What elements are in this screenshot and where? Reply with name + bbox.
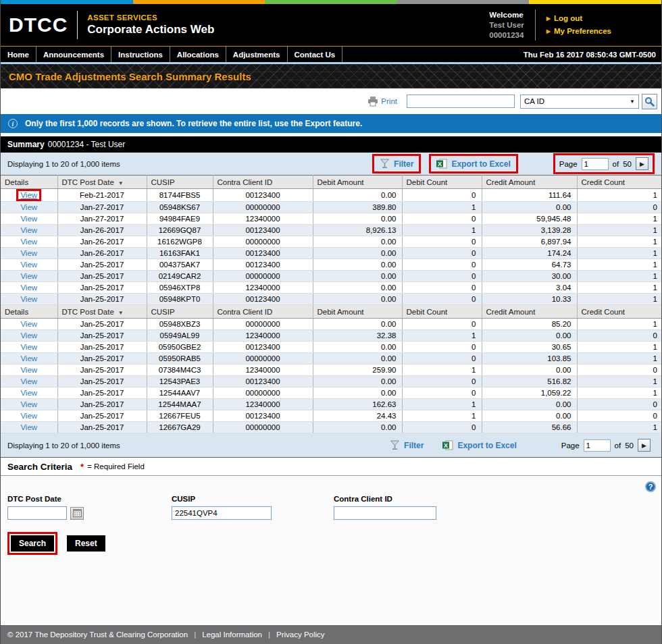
cell-credit-amount: 516.82 xyxy=(482,376,577,387)
view-link[interactable]: View xyxy=(20,295,37,303)
nav-item-instructions[interactable]: Instructions xyxy=(111,47,170,62)
view-link[interactable]: View xyxy=(20,215,37,223)
view-link[interactable]: View xyxy=(20,377,37,385)
contra-client-id-input[interactable] xyxy=(334,506,436,520)
category-dropdown[interactable]: CA ID ▼ xyxy=(520,95,639,109)
sort-desc-icon: ▼ xyxy=(118,310,124,316)
cell-cusip: 94984FAE9 xyxy=(147,213,213,225)
cell-contra-client-id: 00000000 xyxy=(213,422,313,433)
view-link[interactable]: View xyxy=(20,226,37,234)
column-header-dtc-post-date[interactable]: DTC Post Date▼ xyxy=(57,305,147,319)
search-criteria-header: Search Criteria * = Required Field xyxy=(1,457,661,476)
cell-contra-client-id: 00000000 xyxy=(213,387,313,399)
export-label: Export to Excel xyxy=(451,159,510,169)
info-bar: i Only the first 1,000 records are shown… xyxy=(1,114,661,133)
annotation-box: Page of 50 ▶ xyxy=(553,153,655,174)
page-number-input[interactable] xyxy=(582,158,609,170)
cell-debit-count: 1 xyxy=(402,225,482,236)
cell-details: View xyxy=(1,399,57,410)
view-link[interactable]: View xyxy=(20,366,37,374)
filter-button[interactable]: Filter xyxy=(384,437,429,453)
nav-item-adjustments[interactable]: Adjustments xyxy=(226,47,288,62)
nav-item-home[interactable]: Home xyxy=(1,47,36,62)
column-header-debit-count: Debit Count xyxy=(402,176,482,189)
column-header-debit-count: Debit Count xyxy=(402,305,482,319)
info-icon: i xyxy=(8,119,18,128)
dtcc-logo: DTCC xyxy=(9,14,68,36)
view-link[interactable]: View xyxy=(20,423,37,431)
cell-debit-count: 0 xyxy=(402,342,482,353)
view-link[interactable]: View xyxy=(20,261,37,269)
export-to-excel-button[interactable]: X Export to Excel xyxy=(431,156,515,171)
column-header-label: Credit Count xyxy=(582,308,626,316)
table-header-row: DetailsDTC Post Date▼CUSIPContra Client … xyxy=(1,305,662,319)
cell-credit-count: 1 xyxy=(577,236,662,248)
view-link[interactable]: View xyxy=(20,284,37,292)
next-page-button[interactable]: ▶ xyxy=(638,439,651,452)
view-link[interactable]: View xyxy=(20,272,37,280)
cell-cusip: 05948XBZ3 xyxy=(147,319,213,330)
search-button[interactable]: Search xyxy=(11,535,54,552)
quick-search-button[interactable] xyxy=(642,94,657,109)
cell-details: View xyxy=(1,248,57,259)
cell-credit-count: 0 xyxy=(577,330,662,342)
cell-debit-count: 1 xyxy=(402,330,482,342)
view-link[interactable]: View xyxy=(20,191,37,199)
category-selected: CA ID xyxy=(524,97,544,105)
cell-cusip: 16162WGP8 xyxy=(147,236,213,248)
footer-link-legal-information[interactable]: Legal Information xyxy=(202,630,262,639)
view-link[interactable]: View xyxy=(20,331,37,340)
column-header-details: Details xyxy=(1,305,57,319)
masthead-link-my-preferences[interactable]: ▶My Preferences xyxy=(546,25,611,38)
cell-details: View xyxy=(1,225,57,236)
cell-debit-amount: 389.80 xyxy=(313,202,402,213)
cell-credit-count: 1 xyxy=(577,259,662,271)
cell-debit-count: 0 xyxy=(402,319,482,330)
calendar-button[interactable] xyxy=(70,507,84,520)
help-icon[interactable]: ? xyxy=(645,481,656,492)
view-link[interactable]: View xyxy=(20,412,37,420)
cell-contra-client-id: 00000000 xyxy=(213,353,313,365)
view-link[interactable]: View xyxy=(20,320,37,328)
table-row: ViewJan-27-201705948KS6700000000389.8010… xyxy=(1,202,662,213)
cell-dtc-post-date: Jan-25-2017 xyxy=(57,294,147,305)
reset-button[interactable]: Reset xyxy=(67,535,105,552)
filter-icon xyxy=(390,440,400,450)
view-link[interactable]: View xyxy=(20,400,37,408)
results-table-body: DetailsDTC Post Date▼CUSIPContra Client … xyxy=(1,176,662,433)
cell-contra-client-id: 12340000 xyxy=(213,282,313,294)
view-link[interactable]: View xyxy=(20,238,37,246)
nav-item-announcements[interactable]: Announcements xyxy=(36,47,111,62)
nav-item-allocations[interactable]: Allocations xyxy=(170,47,226,62)
cell-debit-count: 0 xyxy=(402,259,482,271)
column-header-label: Debit Amount xyxy=(317,308,364,316)
cell-contra-client-id: 00000000 xyxy=(213,236,313,248)
cell-details: View xyxy=(1,330,57,342)
view-link[interactable]: View xyxy=(20,203,37,211)
cusip-input[interactable] xyxy=(172,506,272,520)
page-number-input[interactable] xyxy=(584,439,611,452)
print-label: Print xyxy=(381,97,397,105)
masthead-link-log-out[interactable]: ▶Log out xyxy=(546,12,611,25)
table-row: ViewJan-25-201702149CAR2000000000.00030.… xyxy=(1,271,662,282)
column-header-dtc-post-date[interactable]: DTC Post Date▼ xyxy=(57,176,147,189)
cell-debit-count: 0 xyxy=(402,376,482,387)
view-link[interactable]: View xyxy=(20,389,37,397)
column-header-label: Credit Count xyxy=(582,178,626,186)
dtc-post-date-input[interactable] xyxy=(7,506,67,520)
column-header-label: Credit Amount xyxy=(486,308,536,316)
nav-item-contact-us[interactable]: Contact Us xyxy=(288,47,343,62)
next-page-button[interactable]: ▶ xyxy=(636,157,648,170)
footer-link-privacy-policy[interactable]: Privacy Policy xyxy=(276,630,325,639)
view-link[interactable]: View xyxy=(20,354,37,363)
cell-dtc-post-date: Jan-25-2017 xyxy=(57,319,147,330)
filter-button[interactable]: Filter xyxy=(374,156,419,171)
cell-credit-count: 1 xyxy=(577,189,662,202)
print-button[interactable]: Print xyxy=(367,97,397,107)
view-link[interactable]: View xyxy=(20,249,37,257)
export-to-excel-button[interactable]: X Export to Excel xyxy=(437,437,521,453)
view-link[interactable]: View xyxy=(20,343,37,351)
search-criteria-title: Search Criteria xyxy=(7,462,72,472)
page-label: Page xyxy=(561,441,580,450)
quick-search-input[interactable] xyxy=(407,95,515,108)
